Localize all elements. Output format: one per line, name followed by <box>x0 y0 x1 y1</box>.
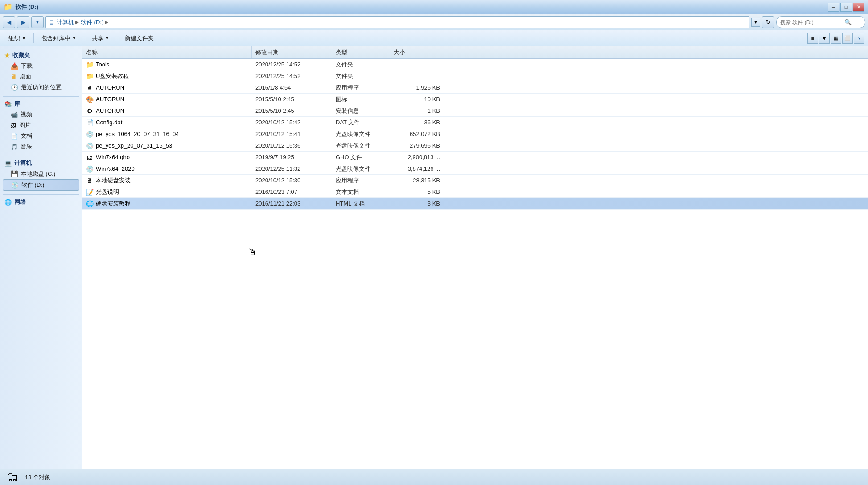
table-row[interactable]: 📝 光盘说明 2016/10/23 7:07 文本文档 5 KB <box>82 186 868 198</box>
search-icon[interactable]: 🔍 <box>844 19 852 25</box>
forward-button[interactable]: ▶ <box>17 16 29 28</box>
table-row[interactable]: 💿 pe_yqs_1064_20_07_31_16_04 2020/10/12 … <box>82 128 868 140</box>
table-row[interactable]: 📁 Tools 2020/12/25 14:52 文件夹 <box>82 59 868 70</box>
view-preview-button[interactable]: ⬜ <box>842 33 853 44</box>
status-app-icon: 🗂 <box>5 470 20 485</box>
file-icon: 📄 <box>86 119 93 126</box>
col-header-modified[interactable]: 修改日期 <box>252 46 332 58</box>
view-controls: ≡ ▼ ▦ ⬜ ? <box>807 33 864 44</box>
file-icon: 🎨 <box>86 96 93 103</box>
toolbar-separator-1 <box>33 33 34 43</box>
file-size-cell: 10 KB <box>390 96 444 103</box>
ddrive-icon: 💿 <box>11 181 19 189</box>
favorites-header[interactable]: ★ 收藏夹 <box>3 50 79 61</box>
sidebar-item-video[interactable]: 📹 视频 <box>3 109 79 120</box>
sidebar-item-download[interactable]: 📥 下载 <box>3 61 79 71</box>
view-list-button[interactable]: ≡ <box>807 33 818 44</box>
file-type-cell: HTML 文档 <box>332 200 390 208</box>
sidebar-divider-3 <box>3 194 79 195</box>
file-name-label: AUTORUN <box>96 84 124 91</box>
table-row[interactable]: 🎨 AUTORUN 2015/5/10 2:45 图标 10 KB <box>82 94 868 105</box>
help-button[interactable]: ? <box>854 33 864 44</box>
file-icon: 🖥 <box>86 177 93 184</box>
computer-header[interactable]: 💻 计算机 <box>3 158 79 169</box>
computer-section: 💻 计算机 💾 本地磁盘 (C:) 💿 软件 (D:) <box>3 158 79 191</box>
view-dropdown-button[interactable]: ▼ <box>819 33 830 44</box>
breadcrumb-drive[interactable]: 软件 (D:) ▶ <box>81 18 108 26</box>
video-icon: 📹 <box>11 111 18 118</box>
new-folder-button[interactable]: 新建文件夹 <box>120 32 159 45</box>
file-date-cell: 2020/10/12 15:41 <box>252 131 332 137</box>
file-name-label: 光盘说明 <box>96 188 119 196</box>
file-icon: 💿 <box>86 131 93 138</box>
file-name-label: U盘安装教程 <box>96 72 129 80</box>
file-type-cell: 应用程序 <box>332 84 390 92</box>
refresh-button[interactable]: ↻ <box>762 16 774 28</box>
sidebar-item-cdrive[interactable]: 💾 本地磁盘 (C:) <box>3 169 79 179</box>
file-date-cell: 2016/10/23 7:07 <box>252 189 332 195</box>
toolbar-separator-3 <box>117 33 117 43</box>
col-header-type[interactable]: 类型 <box>332 46 390 58</box>
file-type-cell: 文件夹 <box>332 72 390 80</box>
table-row[interactable]: 🌐 硬盘安装教程 2016/11/21 22:03 HTML 文档 3 KB <box>82 198 868 210</box>
table-row[interactable]: 📁 U盘安装教程 2020/12/25 14:52 文件夹 <box>82 70 868 82</box>
file-date-cell: 2020/12/25 14:52 <box>252 73 332 79</box>
document-icon: 📄 <box>11 133 18 140</box>
table-row[interactable]: ⚙ AUTORUN 2015/5/10 2:45 安装信息 1 KB <box>82 105 868 117</box>
file-size-cell: 3,874,126 ... <box>390 165 444 172</box>
col-header-size[interactable]: 大小 <box>390 46 444 58</box>
image-icon: 🖼 <box>11 122 16 129</box>
file-name-cell: 📄 Config.dat <box>82 119 252 126</box>
music-icon: 🎵 <box>11 144 18 150</box>
window-title: 软件 (D:) <box>15 3 38 11</box>
table-row[interactable]: 🗂 Win7x64.gho 2019/9/7 19:25 GHO 文件 2,90… <box>82 152 868 163</box>
title-bar-left: 📁 软件 (D:) <box>4 3 38 11</box>
library-header[interactable]: 📚 库 <box>3 99 79 109</box>
table-row[interactable]: 📄 Config.dat 2020/10/12 15:42 DAT 文件 36 … <box>82 117 868 128</box>
file-icon: 📁 <box>86 73 93 80</box>
file-list: 📁 Tools 2020/12/25 14:52 文件夹 📁 U盘安装教程 20… <box>82 59 868 469</box>
library-button[interactable]: 包含到库中 ▼ <box>37 32 81 45</box>
file-name-cell: 🖥 AUTORUN <box>82 84 252 91</box>
sidebar-item-desktop[interactable]: 🖥 桌面 <box>3 71 79 82</box>
file-name-label: AUTORUN <box>96 96 124 103</box>
file-icon: 🌐 <box>86 200 93 207</box>
minimize-button[interactable]: ─ <box>828 3 839 12</box>
title-bar-buttons: ─ □ ✕ <box>828 3 864 12</box>
sidebar-item-ddrive[interactable]: 💿 软件 (D:) <box>3 179 79 191</box>
library-section: 📚 库 📹 视频 🖼 图片 📄 文档 🎵 音乐 <box>3 99 79 152</box>
sidebar-item-recent[interactable]: 🕐 最近访问的位置 <box>3 82 79 93</box>
search-input[interactable] <box>780 19 843 25</box>
address-dropdown[interactable]: ▼ <box>751 18 760 27</box>
file-date-cell: 2020/12/25 11:32 <box>252 165 332 172</box>
network-section: 🌐 网络 <box>3 197 79 207</box>
sidebar-divider-1 <box>3 96 79 97</box>
table-row[interactable]: 🖥 本地硬盘安装 2020/10/12 15:30 应用程序 28,315 KB <box>82 175 868 186</box>
view-details-button[interactable]: ▦ <box>831 33 841 44</box>
maximize-button[interactable]: □ <box>840 3 852 12</box>
organize-button[interactable]: 组织 ▼ <box>4 32 31 45</box>
share-button[interactable]: 共享 ▼ <box>87 32 114 45</box>
dropdown-button[interactable]: ▼ <box>31 16 44 28</box>
table-row[interactable]: 🖥 AUTORUN 2016/1/8 4:54 应用程序 1,926 KB <box>82 82 868 94</box>
col-header-name[interactable]: 名称 <box>82 46 252 58</box>
file-name-cell: 🗂 Win7x64.gho <box>82 154 252 161</box>
sidebar-item-image[interactable]: 🖼 图片 <box>3 120 79 131</box>
file-type-cell: 光盘映像文件 <box>332 142 390 150</box>
file-name-label: Win7x64.gho <box>96 154 130 160</box>
organize-dropdown-icon: ▼ <box>22 36 26 41</box>
close-button[interactable]: ✕ <box>853 3 864 12</box>
file-size-cell: 5 KB <box>390 189 444 195</box>
file-name-cell: 💿 Win7x64_2020 <box>82 165 252 173</box>
network-header[interactable]: 🌐 网络 <box>3 197 79 207</box>
table-row[interactable]: 💿 Win7x64_2020 2020/12/25 11:32 光盘映像文件 3… <box>82 163 868 175</box>
cdrive-icon: 💾 <box>11 170 18 177</box>
sidebar-item-music[interactable]: 🎵 音乐 <box>3 141 79 152</box>
back-button[interactable]: ◀ <box>3 16 15 28</box>
breadcrumb-computer[interactable]: 计算机 ▶ <box>57 18 79 26</box>
sidebar-item-document[interactable]: 📄 文档 <box>3 131 79 141</box>
file-type-cell: 安装信息 <box>332 107 390 115</box>
file-icon: 📁 <box>86 61 93 68</box>
file-icon: 📝 <box>86 189 93 196</box>
table-row[interactable]: 💿 pe_yqs_xp_20_07_31_15_53 2020/10/12 15… <box>82 140 868 152</box>
